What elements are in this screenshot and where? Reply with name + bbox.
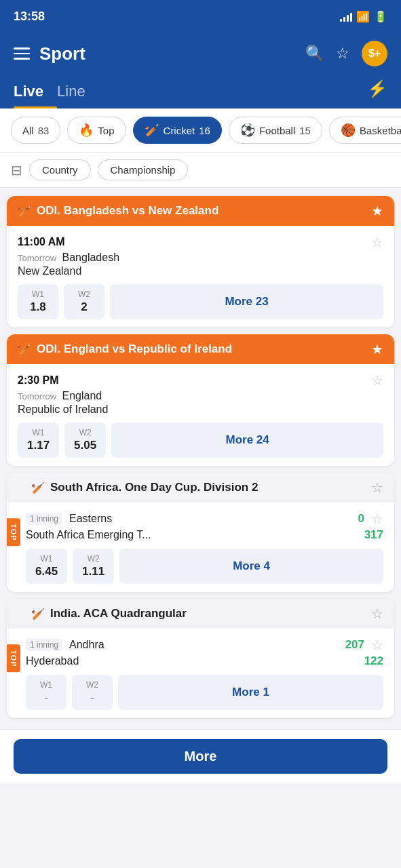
w1-label-4: W1 bbox=[40, 680, 52, 690]
nav-tabs: Live Line ⚡ bbox=[14, 77, 387, 108]
w1-label-1: W1 bbox=[32, 290, 44, 299]
header-left: Sport bbox=[14, 43, 85, 64]
wallet-icon: $+ bbox=[368, 47, 381, 60]
signal-icon bbox=[340, 11, 352, 22]
favorite-button-4[interactable]: ☆ bbox=[371, 606, 383, 622]
tab-line[interactable]: Line bbox=[57, 77, 99, 108]
filter-row: ⊟ Country Championship bbox=[0, 153, 401, 188]
cat-cricket-label: Cricket bbox=[164, 125, 195, 136]
card-header-left-4: 🏏 India. ACA Quadrangular bbox=[18, 607, 187, 620]
team2-name-4: Hyderabad bbox=[26, 655, 79, 667]
match-card-2: 🏏 ODI. England vs Republic of Ireland ★ … bbox=[7, 334, 394, 466]
league-name-3: South Africa. One Day Cup. Division 2 bbox=[50, 481, 258, 494]
match-header-2: 🏏 ODI. England vs Republic of Ireland ★ bbox=[7, 334, 394, 364]
cat-basketball-label: Basketball bbox=[360, 125, 401, 136]
more-label-4: More 1 bbox=[232, 686, 269, 699]
team1-name-1: Bangladesh bbox=[62, 252, 120, 263]
team2-score-3: 317 bbox=[364, 528, 383, 542]
cat-basketball[interactable]: 🏀 Basketball 6 bbox=[329, 117, 401, 144]
more-button-1[interactable]: More 23 bbox=[110, 284, 383, 319]
header-actions: 🔍 ☆ $+ bbox=[305, 41, 387, 66]
categories-bar: All 83 🔥 Top 🏏 Cricket 16 ⚽ Football 15 … bbox=[0, 108, 401, 153]
league-name-2: ODI. England vs Republic of Ireland bbox=[37, 342, 232, 356]
main-content: 🏏 ODI. Bangladesh vs New Zealand ★ 11:00… bbox=[0, 188, 401, 726]
more-button-4[interactable]: More 1 bbox=[118, 675, 383, 710]
cricket-league-icon-4: 🏏 bbox=[31, 608, 45, 620]
match-header-4: 🏏 India. ACA Quadrangular ☆ bbox=[7, 599, 394, 629]
favorite-button-3[interactable]: ☆ bbox=[371, 479, 383, 496]
match-card-3: TOP 🏏 South Africa. One Day Cup. Divisio… bbox=[7, 473, 394, 592]
team-star-3[interactable]: ☆ bbox=[371, 511, 383, 527]
odds-row-2: W1 1.17 W2 5.05 More 24 bbox=[18, 416, 383, 466]
search-icon[interactable]: 🔍 bbox=[305, 45, 324, 62]
w1-value-1: 1.8 bbox=[30, 300, 46, 314]
w1-label-2: W1 bbox=[33, 428, 45, 437]
football-icon: ⚽ bbox=[240, 123, 255, 138]
team-row-3-2: South Africa Emerging T... 317 bbox=[26, 528, 383, 542]
header-top: Sport 🔍 ☆ $+ bbox=[14, 41, 387, 66]
match-time-1: 11:00 AM bbox=[18, 236, 65, 248]
cat-football-label: Football bbox=[259, 125, 295, 136]
w1-box-3[interactable]: W1 6.45 bbox=[26, 549, 67, 584]
inning-badge-4: 1 inning bbox=[26, 639, 62, 651]
more-button-3[interactable]: More 4 bbox=[119, 549, 383, 584]
tab-live[interactable]: Live bbox=[14, 77, 57, 108]
w2-box-1[interactable]: W2 2 bbox=[64, 284, 104, 319]
more-bottom-button[interactable]: More bbox=[14, 739, 387, 774]
favorite-button-1[interactable]: ★ bbox=[371, 203, 383, 219]
header-title: Sport bbox=[39, 43, 85, 64]
w2-box-3[interactable]: W2 1.11 bbox=[73, 549, 114, 584]
match-header-3: 🏏 South Africa. One Day Cup. Division 2 … bbox=[7, 473, 394, 502]
w2-value-3: 1.11 bbox=[82, 565, 104, 578]
team1-star-1[interactable]: ☆ bbox=[371, 234, 383, 250]
w2-box-4[interactable]: W2 - bbox=[72, 675, 113, 710]
team1-star-2[interactable]: ☆ bbox=[371, 372, 383, 389]
w1-label-3: W1 bbox=[41, 554, 53, 564]
country-filter[interactable]: Country bbox=[29, 159, 91, 180]
status-time: 13:58 bbox=[14, 9, 45, 24]
team-row-4-2: Hyderabad 122 bbox=[26, 654, 383, 668]
cricket-league-icon-3: 🏏 bbox=[31, 481, 45, 494]
more-label-1: More 23 bbox=[225, 295, 268, 309]
cat-cricket[interactable]: 🏏 Cricket 16 bbox=[133, 117, 222, 144]
inning-badge-3: 1 inning bbox=[26, 513, 62, 525]
cat-football[interactable]: ⚽ Football 15 bbox=[229, 117, 322, 144]
championship-filter[interactable]: Championship bbox=[98, 159, 189, 180]
hamburger-menu[interactable] bbox=[14, 47, 30, 60]
w1-box-4[interactable]: W1 - bbox=[26, 675, 66, 710]
team2-score-4: 122 bbox=[364, 654, 383, 668]
w2-value-4: - bbox=[90, 691, 94, 705]
team-star-4[interactable]: ☆ bbox=[371, 637, 383, 653]
cat-all-count: 83 bbox=[38, 125, 50, 136]
odds-row-4: W1 - W2 - More 1 bbox=[26, 668, 383, 718]
team1-score-4: 207 bbox=[345, 638, 364, 652]
card-body-3: 1 inning Easterns 0 ☆ South Africa Emerg… bbox=[7, 502, 394, 592]
lightning-icon[interactable]: ⚡ bbox=[367, 79, 387, 106]
team1-score-3: 0 bbox=[358, 512, 364, 526]
match-teams-4: 1 inning Andhra 207 ☆ Hyderabad 122 bbox=[26, 637, 383, 668]
team1-name-3: Easterns bbox=[69, 513, 112, 525]
w2-value-1: 2 bbox=[81, 300, 87, 314]
filter-icon[interactable]: ⊟ bbox=[11, 162, 22, 178]
favorite-button-2[interactable]: ★ bbox=[371, 341, 383, 357]
w1-box-1[interactable]: W1 1.8 bbox=[18, 284, 58, 319]
cat-top[interactable]: 🔥 Top bbox=[67, 117, 126, 144]
basketball-icon: 🏀 bbox=[341, 123, 356, 138]
card-body-4: 1 inning Andhra 207 ☆ Hyderabad 122 W1 - bbox=[7, 629, 394, 718]
match-time-row-2: 2:30 PM ☆ bbox=[18, 372, 383, 389]
header: Sport 🔍 ☆ $+ Live Line ⚡ bbox=[0, 33, 401, 108]
match-teams-3: 1 inning Easterns 0 ☆ South Africa Emerg… bbox=[26, 511, 383, 542]
w1-box-2[interactable]: W1 1.17 bbox=[18, 422, 59, 458]
w2-box-2[interactable]: W2 5.05 bbox=[64, 422, 106, 458]
match-time-row-1: 11:00 AM ☆ bbox=[18, 234, 383, 250]
team1-name-2: England bbox=[62, 390, 102, 401]
more-button-2[interactable]: More 24 bbox=[111, 422, 383, 458]
odds-row-1: W1 1.8 W2 2 More 23 bbox=[18, 277, 383, 328]
favorites-icon[interactable]: ☆ bbox=[336, 45, 349, 62]
more-label-2: More 24 bbox=[225, 433, 269, 447]
wallet-button[interactable]: $+ bbox=[362, 41, 387, 66]
cat-top-label: Top bbox=[98, 125, 114, 136]
nav-tabs-left: Live Line bbox=[14, 77, 99, 108]
cat-all[interactable]: All 83 bbox=[11, 117, 60, 144]
team2-name-3: South Africa Emerging T... bbox=[26, 529, 151, 541]
